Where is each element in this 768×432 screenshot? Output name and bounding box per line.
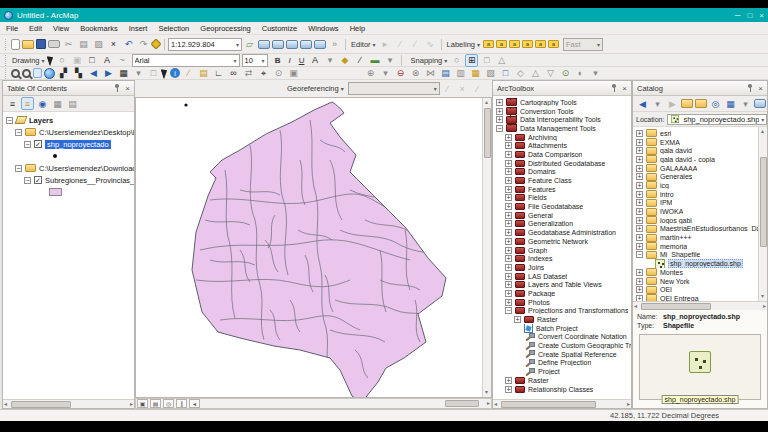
pause-labeling-icon[interactable]: a <box>535 40 546 48</box>
tree-item[interactable]: +Montes <box>633 268 767 277</box>
menu-help[interactable]: Help <box>350 24 365 33</box>
tree-item[interactable]: +Photos <box>493 298 631 307</box>
scrollbar-thumb[interactable] <box>484 108 491 158</box>
go-back-extent-icon[interactable]: ◀ <box>87 67 100 80</box>
scrollbar-thumb[interactable] <box>501 401 596 408</box>
scrollbar-thumb[interactable] <box>445 400 479 407</box>
chevron-down-icon[interactable]: ▾ <box>761 116 764 123</box>
tree-item[interactable]: −✓shp_noproyectado <box>3 138 134 150</box>
expand-toggle-icon[interactable]: + <box>636 147 643 154</box>
expand-toggle-icon[interactable]: − <box>505 307 512 314</box>
refresh-icon[interactable]: ◎ <box>709 97 722 110</box>
expand-toggle-icon[interactable]: − <box>636 251 643 258</box>
go-forward-extent-icon[interactable]: ▶ <box>102 67 115 80</box>
tree-item[interactable]: +General <box>493 211 631 220</box>
expand-toggle-icon[interactable]: + <box>505 186 512 193</box>
expand-toggle-icon[interactable]: + <box>505 247 512 254</box>
edit-tool-icon[interactable]: ▸ <box>379 38 392 51</box>
go-to-xy-icon[interactable]: ⌖ <box>257 67 270 80</box>
expand-toggle-icon[interactable]: − <box>24 141 31 148</box>
tree-item[interactable] <box>3 150 134 162</box>
menu-customize[interactable]: Customize <box>262 24 297 33</box>
tree-item[interactable] <box>3 186 134 198</box>
toolbar-grip[interactable] <box>5 55 8 66</box>
tree-item[interactable]: Batch Project <box>493 324 631 333</box>
shift-raster-icon[interactable]: ⊗ <box>409 67 422 80</box>
auto-hide-pin-icon[interactable] <box>746 84 754 93</box>
expand-toggle-icon[interactable]: + <box>505 203 512 210</box>
tree-item[interactable]: +OEI <box>633 285 767 294</box>
swipe-icon[interactable]: △ <box>529 67 542 80</box>
hyperlink-icon[interactable]: ∕ <box>182 67 195 80</box>
add-control-points-icon[interactable]: ⊕ <box>364 67 377 80</box>
tree-item[interactable]: Create Spatial Reference <box>493 350 631 359</box>
expand-toggle-icon[interactable]: + <box>636 165 643 172</box>
tree-item[interactable]: −Mi_Shapefile <box>633 251 767 260</box>
scroll-right-icon[interactable]: ▸ <box>130 400 133 409</box>
bold-button[interactable]: B <box>272 56 284 65</box>
tree-item[interactable]: +GALAAAAA <box>633 164 767 173</box>
minimize-button[interactable]: ─ <box>735 11 741 20</box>
create-viewer-window-icon[interactable]: ▣ <box>287 67 300 80</box>
menu-file[interactable]: File <box>6 24 18 33</box>
toc-horizontal-scrollbar[interactable]: ◂ ▸ <box>3 399 134 408</box>
expand-toggle-icon[interactable]: + <box>505 212 512 219</box>
fixed-zoom-out-icon[interactable]: ▚ <box>72 67 85 80</box>
maximize-button[interactable]: □ <box>747 11 752 20</box>
scroll-right-icon[interactable]: ▸ <box>627 400 630 409</box>
shape-dropdown-icon[interactable]: □ <box>86 54 99 67</box>
tree-item[interactable]: +EXMA <box>633 138 767 147</box>
expand-toggle-icon[interactable]: + <box>636 243 643 250</box>
tree-item[interactable]: +Conversion Tools <box>493 107 631 116</box>
chevron-down-icon[interactable]: ▾ <box>236 41 239 48</box>
measure-icon[interactable]: ∟ <box>212 67 225 80</box>
country-polygon[interactable] <box>192 102 446 398</box>
tree-item[interactable]: +Data Comparison <box>493 150 631 159</box>
fill-color-dropdown-icon[interactable]: ▾ <box>384 54 397 67</box>
tree-item[interactable]: −Data Management Tools <box>493 124 631 133</box>
tree-item[interactable]: +File Geodatabase <box>493 202 631 211</box>
scroll-up-icon[interactable]: ▴ <box>761 127 764 136</box>
effects-icon[interactable]: ⊙ <box>559 67 572 80</box>
scroll-left-icon[interactable]: ◂ <box>4 400 7 409</box>
tree-item[interactable]: +Features <box>493 185 631 194</box>
connect-to-folder-icon[interactable] <box>695 99 707 108</box>
vertex-snapping-icon[interactable]: □ <box>480 54 493 67</box>
chevron-down-icon[interactable]: ▾ <box>477 41 480 48</box>
contrast-icon[interactable]: ◐ <box>574 67 587 80</box>
update-georeferencing-icon[interactable]: ▾ <box>379 67 392 80</box>
tree-item[interactable]: +New York <box>633 277 767 286</box>
tree-item[interactable]: +OEI Entrega <box>633 294 767 301</box>
tree-item[interactable]: −Layers <box>3 114 134 126</box>
italic-button[interactable]: I <box>284 56 296 65</box>
expand-toggle-icon[interactable]: + <box>636 286 643 293</box>
select-elements-tool-icon[interactable] <box>160 67 169 79</box>
toolbar-grip[interactable] <box>5 68 8 79</box>
print-icon[interactable] <box>48 40 60 48</box>
tree-item[interactable]: shp_noproyectado.shp <box>633 259 767 268</box>
selection-dropdown-icon[interactable]: ▾ <box>132 67 145 80</box>
expand-toggle-icon[interactable]: + <box>505 386 512 393</box>
tree-item[interactable]: −C:\Users\emendez\Downloads\Subregione <box>3 162 134 174</box>
drawing-menu[interactable]: Drawing <box>12 56 40 65</box>
tree-item[interactable]: +Graph <box>493 246 631 255</box>
tree-item[interactable]: +IWOKA <box>633 207 767 216</box>
scrollbar-thumb[interactable] <box>11 401 71 408</box>
up-one-level-icon[interactable] <box>681 99 693 108</box>
tree-item[interactable]: +LAS Dataset <box>493 272 631 281</box>
tree-item[interactable]: +Geodatabase Administration <box>493 228 631 237</box>
expand-toggle-icon[interactable]: + <box>636 191 643 198</box>
map-vertical-scrollbar[interactable]: ▴ ▾ <box>482 98 491 397</box>
undo-icon[interactable]: ↶ <box>122 38 135 51</box>
layer-visibility-checkbox[interactable]: ✓ <box>34 140 42 148</box>
brightness-icon[interactable]: ▾ <box>589 67 602 80</box>
layout-view-button[interactable]: ▤ <box>150 399 161 408</box>
scroll-down-icon[interactable]: ▾ <box>485 388 488 397</box>
text-tool-icon[interactable]: A <box>101 54 114 67</box>
tree-item[interactable]: +Joins <box>493 263 631 272</box>
fixed-zoom-in-icon[interactable]: ▞ <box>57 67 70 80</box>
expand-toggle-icon[interactable]: + <box>496 116 503 123</box>
expand-toggle-icon[interactable]: + <box>505 151 512 158</box>
expand-toggle-icon[interactable]: + <box>505 255 512 262</box>
tree-item[interactable]: +memoria <box>633 242 767 251</box>
